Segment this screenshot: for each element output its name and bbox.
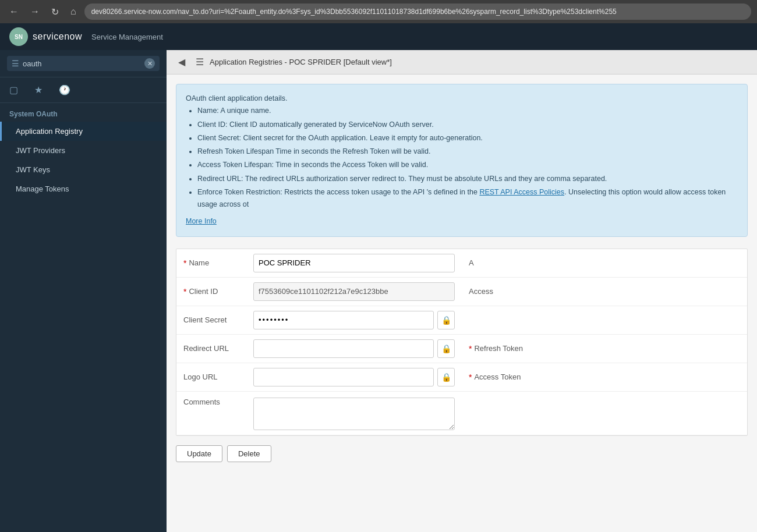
info-bullet-5: Access Token Lifespan: Time in seconds t… bbox=[197, 159, 738, 171]
form-cell-comments: Comments bbox=[176, 392, 462, 435]
required-star-access: * bbox=[469, 373, 472, 382]
required-star-name: * bbox=[183, 258, 186, 268]
form-label-logo-url: Logo URL bbox=[183, 373, 253, 381]
sidebar: ☰ ✕ ▢ ★ 🕐 System OAuth Application Regis… bbox=[0, 50, 167, 532]
sidebar-search-area: ☰ ✕ bbox=[0, 50, 167, 77]
form-cell-right-secret bbox=[462, 306, 747, 335]
info-bullet-7: Enforce Token Restriction: Restricts the… bbox=[197, 186, 738, 211]
forward-button[interactable]: → bbox=[27, 4, 43, 19]
sidebar-item-label: Application Registry bbox=[16, 127, 83, 136]
form-label-a: A bbox=[469, 258, 539, 267]
form-label-access-token: * Access Token bbox=[469, 373, 539, 382]
sidebar-history-icon-button[interactable]: 🕐 bbox=[56, 82, 73, 98]
info-bullet-6: Redirect URL: The redirect URLs authoriz… bbox=[197, 173, 738, 185]
app-header: SN servicenow Service Management bbox=[0, 23, 757, 50]
sidebar-home-icon-button[interactable]: ▢ bbox=[7, 82, 20, 98]
form-input-wrap-comments bbox=[253, 398, 455, 430]
sidebar-search-wrap: ☰ ✕ bbox=[7, 56, 160, 71]
service-management-label: Service Management bbox=[91, 33, 163, 41]
client-secret-input[interactable] bbox=[253, 311, 434, 329]
form-label-comments: Comments bbox=[183, 398, 253, 406]
form-input-wrap-logo-url: 🔒 bbox=[253, 368, 455, 386]
content-body: OAuth client application details. Name: … bbox=[167, 75, 757, 532]
form-input-wrap-client-secret: 🔒 bbox=[253, 311, 455, 329]
form-cell-client-secret: Client Secret 🔒 bbox=[176, 306, 462, 335]
form-label-access: Access bbox=[469, 287, 539, 296]
form-input-wrap-name bbox=[253, 254, 455, 272]
form-label-refresh-token: * Refresh Token bbox=[469, 344, 539, 353]
logo-url-input[interactable] bbox=[253, 368, 434, 386]
more-info-link[interactable]: More Info bbox=[186, 215, 738, 228]
form-grid: * Name A * Client ID bbox=[176, 249, 748, 436]
form-cell-refresh-token: * Refresh Token bbox=[462, 335, 747, 363]
client-id-input[interactable] bbox=[253, 282, 455, 301]
address-bar[interactable] bbox=[84, 3, 751, 20]
form-label-redirect-url: Redirect URL bbox=[183, 344, 253, 353]
hamburger-icon: ☰ bbox=[196, 56, 204, 68]
sidebar-item-label: JWT Providers bbox=[16, 146, 65, 155]
delete-button[interactable]: Delete bbox=[227, 445, 271, 462]
content-area: ◀ ☰ Application Registries - POC SPRIDER… bbox=[167, 50, 757, 532]
info-box-title: OAuth client application details. bbox=[186, 93, 738, 105]
back-button[interactable]: ← bbox=[6, 4, 22, 19]
sidebar-icon-bar: ▢ ★ 🕐 bbox=[0, 77, 167, 103]
form-cell-logo-url: Logo URL 🔒 bbox=[176, 363, 462, 392]
client-secret-lock-button[interactable]: 🔒 bbox=[437, 311, 455, 329]
sidebar-item-jwt-keys[interactable]: JWT Keys bbox=[0, 160, 167, 179]
form-cell-access-token: * Access Token bbox=[462, 363, 747, 392]
form-input-wrap-redirect-url: 🔒 bbox=[253, 339, 455, 358]
collapse-sidebar-button[interactable]: ◀ bbox=[174, 54, 190, 70]
browser-bar: ← → ↻ ⌂ bbox=[0, 0, 757, 23]
logo-mark: SN bbox=[9, 27, 28, 46]
reload-button[interactable]: ↻ bbox=[48, 4, 62, 20]
sidebar-item-jwt-providers[interactable]: JWT Providers bbox=[0, 141, 167, 160]
info-box: OAuth client application details. Name: … bbox=[176, 84, 748, 237]
required-star-refresh: * bbox=[469, 344, 472, 353]
sidebar-item-label: Manage Tokens bbox=[16, 185, 69, 193]
sidebar-favorites-icon-button[interactable]: ★ bbox=[32, 82, 45, 98]
filter-icon: ☰ bbox=[12, 59, 19, 68]
sidebar-item-application-registry[interactable]: Application Registry bbox=[0, 122, 167, 141]
sidebar-search-input[interactable] bbox=[23, 59, 141, 68]
content-header: ◀ ☰ Application Registries - POC SPRIDER… bbox=[167, 50, 757, 75]
info-bullet-3: Client Secret: Client secret for the OAu… bbox=[197, 132, 738, 144]
form-input-wrap-client-id bbox=[253, 282, 455, 301]
sidebar-section-label: System OAuth bbox=[0, 103, 167, 122]
breadcrumb-title: Application Registries - POC SPRIDER [De… bbox=[210, 58, 392, 66]
name-input[interactable] bbox=[253, 254, 455, 272]
info-bullet-1: Name: A unique name. bbox=[197, 105, 738, 117]
form-label-client-id: * Client ID bbox=[183, 287, 253, 296]
info-bullet-2: Client ID: Client ID automatically gener… bbox=[197, 119, 738, 131]
sidebar-search-clear-button[interactable]: ✕ bbox=[144, 58, 155, 69]
info-bullet-4: Refresh Token Lifespan Time in seconds t… bbox=[197, 146, 738, 158]
form-cell-redirect-url: Redirect URL 🔒 bbox=[176, 335, 462, 363]
redirect-url-input[interactable] bbox=[253, 339, 434, 358]
action-buttons: Update Delete bbox=[176, 445, 748, 462]
home-button[interactable]: ⌂ bbox=[67, 4, 80, 19]
redirect-url-lock-button[interactable]: 🔒 bbox=[437, 339, 455, 358]
update-button[interactable]: Update bbox=[176, 445, 222, 462]
rest-api-link[interactable]: REST API Access Policies bbox=[479, 188, 564, 196]
main-layout: ☰ ✕ ▢ ★ 🕐 System OAuth Application Regis… bbox=[0, 50, 757, 532]
form-cell-comments-right bbox=[462, 392, 747, 435]
required-star-client-id: * bbox=[183, 287, 186, 296]
logo-url-lock-button[interactable]: 🔒 bbox=[437, 368, 455, 386]
form-cell-name: * Name bbox=[176, 249, 462, 278]
sidebar-item-label: JWT Keys bbox=[16, 165, 50, 174]
form-cell-client-id: * Client ID bbox=[176, 278, 462, 306]
logo-text: servicenow bbox=[33, 31, 82, 42]
form-cell-right-col1: A bbox=[462, 249, 747, 278]
form-label-name: * Name bbox=[183, 258, 253, 268]
sidebar-item-manage-tokens[interactable]: Manage Tokens bbox=[0, 179, 167, 198]
form-cell-access-label: Access bbox=[462, 278, 747, 306]
comments-textarea[interactable] bbox=[253, 398, 455, 430]
form-label-client-secret: Client Secret bbox=[183, 315, 253, 324]
servicenow-logo: SN servicenow bbox=[9, 27, 82, 46]
